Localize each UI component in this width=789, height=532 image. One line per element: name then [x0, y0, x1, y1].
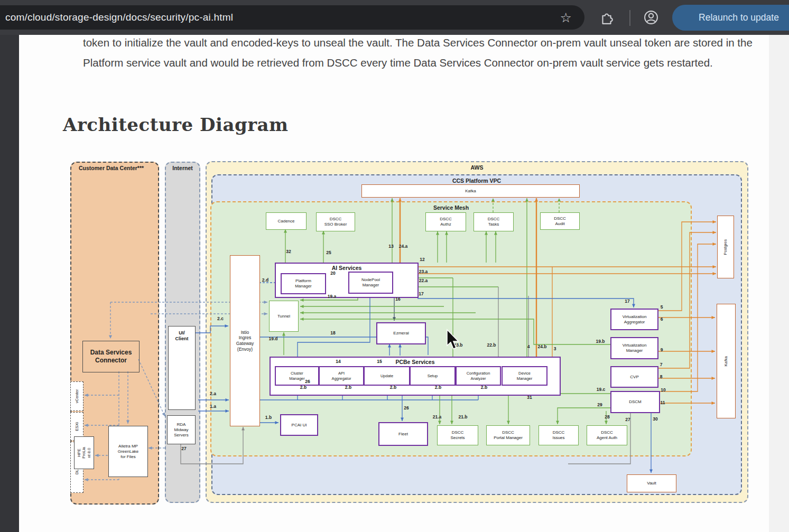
box-device-manager: Device Manager	[502, 366, 547, 386]
box-pcai-ui: PCAI UI	[280, 414, 318, 436]
edge-label: 27	[181, 446, 186, 451]
box-label-virtualization-aggregator: Virtualization Aggregator	[623, 314, 647, 325]
box-dscc-issues: DSCC Issues	[539, 425, 579, 445]
edge-label: 6	[661, 316, 663, 322]
box-label-ui-client: UI/ Client	[175, 330, 188, 342]
box-label-dscc-portal-manager: DSCC Portal Manager	[494, 430, 523, 441]
page-heading: Architecture Diagram	[63, 114, 289, 135]
edge-label: 26	[404, 405, 409, 410]
edge-label: 1.b	[265, 415, 272, 420]
edge-label: 31	[527, 395, 532, 400]
box-configuration-analyzer: Configuration Analyzer	[456, 366, 501, 386]
edge-label: 12	[420, 257, 424, 262]
edge-label: 14	[336, 359, 340, 364]
edge-label: 2.d	[262, 277, 268, 283]
box-dl380a: DL380A	[70, 442, 83, 493]
box-rda-midway-servers: RDA Midway Servers	[167, 415, 196, 444]
extensions-icon[interactable]	[599, 10, 614, 25]
box-tunnel: Tunnel	[269, 301, 299, 332]
box-data-services-connector: Data Services Connector	[82, 341, 140, 372]
box-setup: Setup	[410, 366, 456, 386]
edge-label: 19.a	[328, 294, 337, 299]
edge-label: 32	[286, 249, 291, 254]
box-label-update: Update	[380, 374, 393, 378]
box-vcenter: vCenter	[70, 381, 83, 411]
edge-label: 22.a	[419, 278, 428, 283]
panel-aws: AWS	[206, 161, 748, 503]
edge-label: 2.b	[481, 385, 487, 390]
relaunch-button[interactable]: Relaunch to update	[672, 5, 789, 31]
panel-service-mesh: Service Mesh	[210, 201, 692, 456]
panel-label-customer-data-center: Customer Data Center***	[79, 165, 144, 171]
box-label-dscc-agent-auth: DSCC Agent Auth	[597, 430, 617, 441]
box-dscc-secrets: DSCC Secrets	[437, 425, 478, 445]
edge-label: 2.b	[300, 385, 307, 390]
box-istio-ingress-gateway: Istio Ingres Gateway (Envoy)	[230, 255, 260, 426]
box-dscc-agent-auth: DSCC Agent Auth	[587, 425, 627, 445]
box-cvp: CVP	[610, 366, 658, 388]
edge-label: 29	[597, 402, 602, 407]
box-label-hpe-proliant: HPE ProLia nt 8.0	[77, 447, 91, 459]
panel-label-service-mesh: Service Mesh	[433, 204, 469, 211]
box-label-setup: Setup	[428, 374, 438, 378]
box-label-fleet: Fleet	[398, 432, 408, 437]
edge-label: 11	[661, 400, 665, 405]
body-paragraph: token to initialize the vault and encode…	[83, 33, 759, 73]
box-dscc-audit: DSCC Audit	[540, 212, 580, 230]
box-label-cluster-manager: Cluster Manager	[289, 371, 305, 381]
edge-label: 4	[527, 344, 530, 349]
box-label-dscc-issues: DSCC Issues	[552, 430, 564, 441]
box-nodepool-manager: NodePool Manager	[348, 272, 393, 294]
box-pcbe-services: PCBe Services	[270, 357, 561, 396]
url-bar[interactable]: com/cloud/storage-design/docs/security/p…	[0, 5, 584, 30]
box-label-esxi: ESXi	[75, 422, 79, 431]
box-label-data-services-connector: Data Services Connector	[90, 349, 132, 365]
edge-label: 19.d	[268, 336, 277, 341]
bookmark-star-icon[interactable]: ☆	[560, 11, 572, 24]
page-right-margin	[769, 35, 789, 532]
box-label-dscc-sso-broker: DSCC SSO Broker	[324, 217, 347, 227]
box-label-vcenter: vCenter	[75, 389, 79, 403]
box-kafka-top: Kafka	[361, 184, 580, 198]
edge-label: 17	[419, 291, 423, 296]
box-cluster-manager: Cluster Manager	[275, 366, 319, 386]
box-label-pcbe-services: PCBe Services	[395, 359, 434, 366]
box-hpe-proliant: HPE ProLia nt 8.0	[74, 436, 94, 469]
edge-label: 19.b	[596, 339, 605, 344]
box-dscc-authz: DSCC Authz	[425, 212, 466, 231]
panel-ccs-platform-vpc: CCS Platform VPC	[211, 174, 742, 495]
box-label-api-aggregator: API Aggregator	[331, 371, 351, 381]
diagram-connectors	[0, 0, 789, 532]
box-label-alletra-mp-greenlake: Alletra MP GreenLake for Files	[118, 444, 139, 460]
box-dscc-sso-broker: DSCC SSO Broker	[316, 212, 355, 231]
box-virtualization-manager: Virtualization Manager	[610, 337, 658, 359]
box-label-cadence: Cadence	[277, 219, 294, 224]
box-label-ai-services: AI Services	[332, 265, 362, 272]
edge-label: 15	[377, 359, 382, 364]
box-update: Update	[364, 366, 410, 386]
box-label-device-manager: Device Manager	[517, 371, 533, 381]
box-dscc-portal-manager: DSCC Portal Manager	[486, 425, 530, 445]
edge-label: 25	[326, 250, 331, 255]
edge-label: 19.c	[597, 387, 606, 392]
edge-label: 24.b	[537, 344, 546, 349]
box-cadence: Cadence	[266, 212, 307, 230]
edge-label: 22.b	[487, 342, 496, 348]
box-label-tunnel: Tunnel	[277, 314, 290, 319]
edge-label: 3	[554, 346, 556, 351]
edge-label: 2.c	[217, 316, 224, 321]
box-label-cvp: CVP	[630, 375, 638, 380]
edge-label: 27	[625, 417, 630, 422]
edge-label: 2.b	[435, 385, 441, 390]
edge-label: 13	[388, 244, 393, 249]
edge-label: 23.a	[419, 269, 428, 274]
left-edge-strip	[0, 35, 19, 532]
panel-label-ccs-platform-vpc: CCS Platform VPC	[452, 178, 501, 184]
box-label-dscm: DSCM	[629, 399, 642, 405]
profile-icon[interactable]	[644, 10, 658, 25]
edge-label: 26	[305, 379, 310, 384]
mouse-cursor	[0, 0, 789, 532]
edge-label: 16	[395, 296, 400, 302]
box-ezmeral: Ezmeral	[376, 322, 426, 344]
edge-label: 8	[660, 374, 663, 379]
